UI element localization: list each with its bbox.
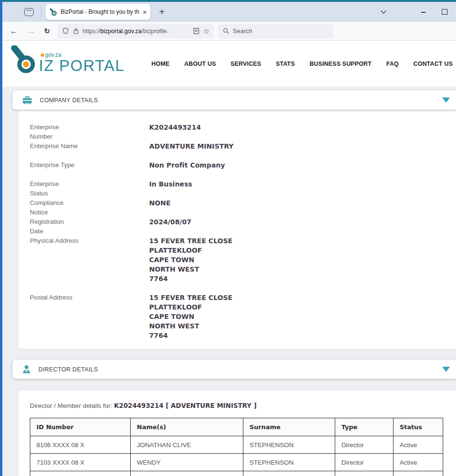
window-maximize-button[interactable] bbox=[442, 9, 447, 15]
search-placeholder: Search bbox=[233, 27, 252, 35]
search-input[interactable]: Search bbox=[218, 24, 333, 38]
url-host: bizportal.gov.za bbox=[100, 28, 142, 35]
collapse-triangle-icon[interactable] bbox=[442, 97, 450, 103]
lock-icon[interactable] bbox=[73, 27, 79, 35]
browser-toolbar: ← → ↻ https://bizportal.gov.za/bizprofil… bbox=[2, 22, 456, 41]
nav-item-business-support[interactable]: BUSINESS SUPPORT bbox=[310, 61, 372, 67]
col-header-surname: Surname bbox=[243, 418, 335, 436]
field-row-enterprise-number: Enterprise Number K2024493214 bbox=[30, 123, 456, 141]
list-all-tabs-chevron-icon[interactable] bbox=[380, 10, 387, 14]
field-value: In Business bbox=[149, 179, 192, 198]
field-row-physical-address: Physical Address 15 FEVER TREE CLOSE PLA… bbox=[30, 236, 456, 283]
table-row: 7103 XXXX 08 X WENDY STEPHENSON Director… bbox=[30, 454, 443, 471]
nav-item-services[interactable]: SERVICES bbox=[231, 61, 261, 67]
nav-item-stats[interactable]: STATS bbox=[276, 61, 295, 67]
company-details-header[interactable]: COMPANY DETAILS bbox=[12, 90, 456, 110]
field-row-registration-date: Registration Date 2024/08/07 bbox=[30, 217, 456, 236]
tracking-shield-icon[interactable] bbox=[62, 27, 69, 35]
col-header-id-number: ID Number bbox=[30, 418, 131, 436]
bizportal-favicon-icon bbox=[49, 8, 57, 16]
director-details-header[interactable]: DIRECTOR DETAILS bbox=[12, 360, 456, 379]
url-path: /bizprofile. bbox=[142, 28, 169, 35]
cell-surname: STEPHENSON bbox=[243, 436, 335, 454]
cell-type: Director bbox=[335, 454, 393, 471]
field-row-compliance-notice: Compliance Notice NONE bbox=[30, 198, 456, 217]
cell-status: Active bbox=[393, 454, 443, 471]
nav-item-home[interactable]: HOME bbox=[152, 61, 170, 67]
cell-id-number: 8203 XXXX 08 X bbox=[30, 471, 131, 476]
field-label: Enterprise Status bbox=[30, 179, 149, 198]
reader-view-icon[interactable] bbox=[193, 27, 199, 35]
col-header-type: Type bbox=[335, 418, 393, 436]
page-content: COMPANY DETAILS Enterprise Number K20244… bbox=[2, 87, 456, 476]
field-value: 2024/08/07 bbox=[149, 217, 191, 236]
col-header-status: Status bbox=[393, 418, 443, 436]
field-label: Compliance Notice bbox=[30, 198, 149, 217]
col-header-names: Name(s) bbox=[131, 418, 243, 436]
field-label: Enterprise Number bbox=[30, 123, 149, 141]
cell-names: COLLIN bbox=[131, 471, 243, 476]
new-tab-button[interactable]: + bbox=[159, 7, 165, 18]
cell-status: Active bbox=[393, 471, 443, 476]
table-row: 8106 XXXX 08 X JONATHAN CLIVE STEPHENSON… bbox=[30, 436, 443, 454]
nav-item-faq[interactable]: FAQ bbox=[386, 61, 399, 67]
field-value: 15 FEVER TREE CLOSE PLATTEKLOOF CAPE TOW… bbox=[149, 293, 232, 340]
director-table: ID Number Name(s) Surname Type Status 81… bbox=[30, 418, 443, 476]
url-bar[interactable]: https://bizportal.gov.za/bizprofile. ☆ bbox=[58, 24, 214, 38]
field-value: Non Profit Company bbox=[149, 160, 225, 170]
back-button[interactable]: ← bbox=[10, 26, 18, 36]
site-header: gov.za IZ PORTAL HOME ABOUT US SERVICES … bbox=[2, 41, 456, 87]
browser-tab-bar: BizPortal - Brought to you by th × + – bbox=[2, 2, 456, 22]
field-label: Enterprise Name bbox=[30, 141, 149, 151]
main-nav: HOME ABOUT US SERVICES STATS BUSINESS SU… bbox=[152, 41, 456, 87]
briefcase-icon bbox=[22, 96, 32, 105]
logo-text: IZ PORTAL bbox=[39, 59, 125, 73]
field-value: K2024493214 bbox=[149, 123, 201, 141]
director-intro: Director / Member details for: K20244932… bbox=[30, 402, 456, 409]
url-text: https://bizportal.gov.za/bizprofile. bbox=[83, 28, 190, 35]
field-value: ADVENTURE MINISTRY bbox=[149, 141, 233, 151]
field-label: Physical Address bbox=[30, 236, 149, 283]
table-row: 8203 XXXX 08 X COLLIN SEHLAPELO Director… bbox=[30, 471, 443, 476]
tab-separator bbox=[41, 6, 42, 18]
bookmark-star-icon[interactable]: ☆ bbox=[203, 27, 209, 35]
active-tab[interactable]: BizPortal - Brought to you by th × bbox=[45, 4, 151, 20]
table-header-row: ID Number Name(s) Surname Type Status bbox=[30, 418, 443, 436]
firefox-view-icon[interactable] bbox=[24, 8, 34, 16]
company-details-title: COMPANY DETAILS bbox=[40, 97, 98, 104]
director-intro-company: K2024493214 [ ADVENTURE MINISTRY ] bbox=[114, 402, 257, 409]
cell-id-number: 7103 XXXX 08 X bbox=[30, 454, 131, 471]
director-details-body: Director / Member details for: K20244932… bbox=[18, 390, 456, 476]
tab-close-icon[interactable]: × bbox=[143, 8, 147, 16]
collapse-triangle-icon[interactable] bbox=[442, 367, 450, 372]
bizportal-logo[interactable]: gov.za IZ PORTAL bbox=[10, 45, 125, 75]
window-minimize-button[interactable]: – bbox=[421, 9, 426, 14]
field-label: Postal Address bbox=[30, 293, 149, 340]
nav-item-contact-us[interactable]: CONTACT US bbox=[413, 61, 453, 67]
reload-button[interactable]: ↻ bbox=[44, 27, 50, 35]
field-label: Registration Date bbox=[30, 217, 149, 236]
field-row-enterprise-type: Enterprise Type Non Profit Company bbox=[30, 160, 456, 170]
cell-surname: SEHLAPELO bbox=[243, 471, 335, 476]
field-label: Enterprise Type bbox=[30, 160, 149, 170]
search-icon bbox=[223, 28, 229, 34]
field-row-enterprise-name: Enterprise Name ADVENTURE MINISTRY bbox=[30, 141, 456, 151]
cell-type: Director bbox=[335, 436, 393, 454]
cell-status: Active bbox=[393, 436, 443, 454]
cell-names: WENDY bbox=[131, 454, 243, 471]
field-value: NONE bbox=[149, 198, 170, 217]
field-row-enterprise-status: Enterprise Status In Business bbox=[30, 179, 456, 198]
bizportal-logo-icon bbox=[10, 45, 38, 75]
logo-wordmark: gov.za IZ PORTAL bbox=[39, 52, 125, 73]
url-scheme: https:// bbox=[83, 28, 101, 35]
nav-item-about-us[interactable]: ABOUT US bbox=[184, 61, 216, 67]
cell-names: JONATHAN CLIVE bbox=[131, 436, 243, 454]
orange-dot-icon bbox=[41, 53, 44, 57]
company-details-body: Enterprise Number K2024493214 Enterprise… bbox=[18, 110, 456, 349]
cell-type: Director bbox=[335, 471, 393, 476]
field-value: 15 FEVER TREE CLOSE PLATTEKLOOF CAPE TOW… bbox=[149, 236, 232, 283]
field-row-postal-address: Postal Address 15 FEVER TREE CLOSE PLATT… bbox=[30, 293, 456, 340]
person-icon bbox=[22, 365, 31, 374]
cell-surname: STEPHENSON bbox=[243, 454, 335, 471]
forward-button[interactable]: → bbox=[27, 26, 36, 36]
